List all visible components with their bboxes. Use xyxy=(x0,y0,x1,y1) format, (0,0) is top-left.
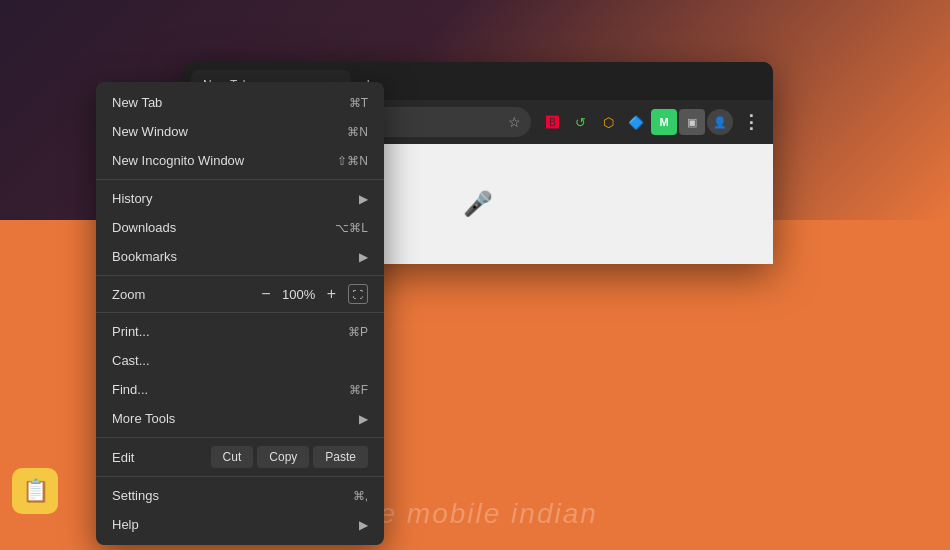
menu-label-print: Print... xyxy=(112,324,348,339)
ext-icon-5[interactable]: M xyxy=(651,109,677,135)
menu-item-new-incognito[interactable]: New Incognito Window ⇧⌘N xyxy=(96,146,384,175)
microphone-icon: 🎤 xyxy=(463,190,493,218)
extension-icons: 🅱 ↺ ⬡ 🔷 M ▣ 👤 xyxy=(539,109,733,135)
menu-item-new-tab[interactable]: New Tab ⌘T xyxy=(96,88,384,117)
menu-label-settings: Settings xyxy=(112,488,353,503)
menu-shortcut-new-tab: ⌘T xyxy=(349,96,368,110)
menu-label-history: History xyxy=(112,191,351,206)
menu-shortcut-downloads: ⌥⌘L xyxy=(335,221,368,235)
menu-label-zoom: Zoom xyxy=(112,287,253,302)
fullscreen-button[interactable]: ⛶ xyxy=(348,284,368,304)
watermark: the mobile indian xyxy=(352,498,598,530)
menu-item-history[interactable]: History ▶ xyxy=(96,184,384,213)
divider-5 xyxy=(96,476,384,477)
menu-label-new-incognito: New Incognito Window xyxy=(112,153,337,168)
divider-1 xyxy=(96,179,384,180)
menu-item-cast[interactable]: Cast... xyxy=(96,346,384,375)
ext-icon-7[interactable]: 👤 xyxy=(707,109,733,135)
chrome-menu: New Tab ⌘T New Window ⌘N New Incognito W… xyxy=(96,82,384,545)
menu-item-find[interactable]: Find... ⌘F xyxy=(96,375,384,404)
menu-arrow-more-tools: ▶ xyxy=(359,412,368,426)
ext-icon-6[interactable]: ▣ xyxy=(679,109,705,135)
divider-4 xyxy=(96,437,384,438)
menu-item-downloads[interactable]: Downloads ⌥⌘L xyxy=(96,213,384,242)
menu-edit-row: Edit Cut Copy Paste xyxy=(96,442,384,472)
menu-arrow-bookmarks: ▶ xyxy=(359,250,368,264)
menu-label-help: Help xyxy=(112,517,351,532)
menu-shortcut-new-window: ⌘N xyxy=(347,125,368,139)
menu-shortcut-print: ⌘P xyxy=(348,325,368,339)
menu-label-cast: Cast... xyxy=(112,353,368,368)
menu-label-find: Find... xyxy=(112,382,349,397)
app-icon[interactable]: 📋 xyxy=(12,468,58,514)
menu-label-new-window: New Window xyxy=(112,124,347,139)
menu-arrow-history: ▶ xyxy=(359,192,368,206)
zoom-minus-button[interactable]: − xyxy=(253,285,278,303)
menu-label-bookmarks: Bookmarks xyxy=(112,249,351,264)
menu-shortcut-new-incognito: ⇧⌘N xyxy=(337,154,368,168)
menu-item-settings[interactable]: Settings ⌘, xyxy=(96,481,384,510)
ext-icon-2[interactable]: ↺ xyxy=(567,109,593,135)
menu-item-bookmarks[interactable]: Bookmarks ▶ xyxy=(96,242,384,271)
zoom-plus-button[interactable]: + xyxy=(319,285,344,303)
ext-icon-1[interactable]: 🅱 xyxy=(539,109,565,135)
cut-button[interactable]: Cut xyxy=(211,446,254,468)
divider-2 xyxy=(96,275,384,276)
menu-arrow-help: ▶ xyxy=(359,518,368,532)
ext-icon-4[interactable]: 🔷 xyxy=(623,109,649,135)
paste-button[interactable]: Paste xyxy=(313,446,368,468)
menu-item-more-tools[interactable]: More Tools ▶ xyxy=(96,404,384,433)
menu-label-more-tools: More Tools xyxy=(112,411,351,426)
copy-button[interactable]: Copy xyxy=(257,446,309,468)
menu-shortcut-settings: ⌘, xyxy=(353,489,368,503)
menu-zoom-control: Zoom − 100% + ⛶ xyxy=(96,280,384,308)
menu-item-help[interactable]: Help ▶ xyxy=(96,510,384,539)
menu-button[interactable]: ⋮ xyxy=(737,108,765,136)
menu-label-edit: Edit xyxy=(112,450,207,465)
menu-label-downloads: Downloads xyxy=(112,220,335,235)
bookmark-star-icon[interactable]: ☆ xyxy=(508,114,521,130)
divider-3 xyxy=(96,312,384,313)
zoom-value-display: 100% xyxy=(279,287,319,302)
ext-icon-3[interactable]: ⬡ xyxy=(595,109,621,135)
menu-label-new-tab: New Tab xyxy=(112,95,349,110)
menu-item-new-window[interactable]: New Window ⌘N xyxy=(96,117,384,146)
menu-shortcut-find: ⌘F xyxy=(349,383,368,397)
menu-item-print[interactable]: Print... ⌘P xyxy=(96,317,384,346)
